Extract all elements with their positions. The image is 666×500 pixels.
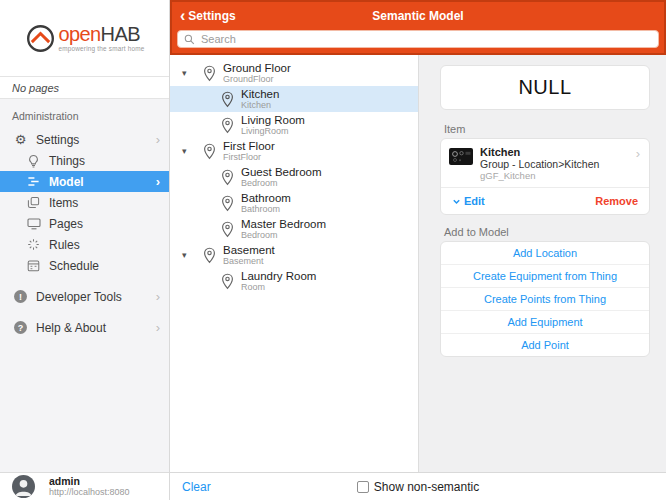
question-circle-icon: ? [13,320,28,335]
user-url: http://localhost:8080 [49,487,130,497]
tree-node-ground-floor[interactable]: ▾ Ground FloorGroundFloor [170,60,418,86]
admin-section-label: Administration [0,106,169,129]
expander-icon[interactable]: ▾ [182,146,195,156]
chevron-right-icon: › [636,146,640,161]
tree-node-subtitle: Kitchen [241,100,279,110]
add-to-model-label: Add to Model [444,226,509,238]
expander-icon[interactable]: ▾ [182,68,195,78]
tree-node-subtitle: Bedroom [241,230,326,240]
clear-button[interactable]: Clear [182,480,211,494]
sidebar-item-things[interactable]: Things [0,150,169,171]
lightbulb-icon [26,153,41,168]
sidebar-item-label: Items [49,196,78,210]
location-pin-icon [221,91,234,108]
footer-toolbar: Clear Show non-semantic [170,472,666,500]
back-to-settings-button[interactable]: ‹ Settings [180,9,236,23]
sidebar: openHAB empowering the smart home No pag… [0,0,170,500]
sidebar-item-items[interactable]: Items [0,192,169,213]
tree-node-first-floor[interactable]: ▾ First FloorFirstFloor [170,138,418,164]
sidebar-item-label: Developer Tools [36,290,122,304]
tree-node-subtitle: Bedroom [241,178,322,188]
sidebar-item-label: Things [49,154,85,168]
location-pin-icon [203,247,216,264]
back-label: Settings [188,9,235,23]
item-card: Kitchen Group - Location>Kitchen gGF_Kit… [440,138,650,215]
location-pin-icon [221,169,234,186]
edit-button[interactable]: Edit [452,195,485,207]
tree-node-subtitle: LivingRoom [241,126,305,136]
item-type: Group - Location>Kitchen [480,158,599,170]
page-title: Semantic Model [172,9,664,23]
tree-node-title: Kitchen [241,88,279,100]
sidebar-item-settings[interactable]: ⚙ Settings › [0,129,169,150]
openhab-logo-icon [25,23,56,54]
brand-hab: HAB [101,23,140,45]
item-row[interactable]: Kitchen Group - Location>Kitchen gGF_Kit… [441,139,649,187]
show-non-semantic-checkbox[interactable] [357,481,369,493]
sidebar-item-help-about[interactable]: ? Help & About › [0,317,169,338]
tree-node-subtitle: Bathroom [241,204,291,214]
sidebar-item-label: Model [49,175,84,189]
tree-node-title: Laundry Room [241,270,316,282]
sidebar-item-schedule[interactable]: Schedule [0,255,169,276]
create-points-from-thing-button[interactable]: Create Points from Thing [441,287,649,310]
create-equipment-from-thing-button[interactable]: Create Equipment from Thing [441,264,649,287]
remove-button[interactable]: Remove [595,195,638,207]
menu-gap [0,276,169,286]
show-non-semantic-label: Show non-semantic [374,480,479,494]
tree-node-laundry-room[interactable]: Laundry RoomRoom [170,268,418,294]
tree-node-master-bedroom[interactable]: Master BedroomBedroom [170,216,418,242]
item-actions: Edit Remove [441,187,649,214]
user-info: admin http://localhost:8080 [49,476,130,497]
search-bar[interactable] [177,30,659,48]
pages-monitor-icon [26,216,41,231]
chevron-right-icon: › [156,133,160,146]
user-account[interactable]: admin http://localhost:8080 [0,472,169,500]
tree-node-title: Bathroom [241,192,291,204]
chevron-left-icon: ‹ [180,9,185,23]
sidebar-item-developer-tools[interactable]: ! Developer Tools › [0,286,169,307]
location-pin-icon [221,195,234,212]
add-location-button[interactable]: Add Location [441,242,649,264]
brand-open: open [59,23,101,45]
no-pages-label: No pages [0,76,169,99]
chevron-right-icon: › [156,321,160,334]
openhab-logo: openHAB empowering the smart home [0,0,169,76]
tree-node-title: Basement [223,244,275,256]
sidebar-item-rules[interactable]: Rules [0,234,169,255]
expander-icon[interactable]: ▾ [182,250,195,260]
add-point-button[interactable]: Add Point [441,333,649,356]
location-pin-icon [221,273,234,290]
sidebar-item-pages[interactable]: Pages [0,213,169,234]
tree-node-title: Living Room [241,114,305,126]
details-panel: NULL Item Kitchen Group - Location>Kitch… [418,55,666,472]
tree-node-living-room[interactable]: Living RoomLivingRoom [170,112,418,138]
semantic-model-tree: ▾ Ground FloorGroundFloor KitchenKitchen… [170,55,418,472]
sidebar-item-label: Rules [49,238,80,252]
item-state-display: NULL [440,65,650,110]
chevron-down-icon [452,197,461,206]
add-equipment-button[interactable]: Add Equipment [441,310,649,333]
rules-spark-icon [26,237,41,252]
item-section-label: Item [444,123,465,135]
user-name: admin [49,476,130,487]
model-tree-icon [26,174,41,189]
search-icon [184,34,195,45]
openhab-semantic-model-screen: openHAB empowering the smart home No pag… [0,0,666,500]
tree-node-title: First Floor [223,140,275,152]
tree-node-subtitle: Basement [223,256,275,266]
sidebar-item-model[interactable]: Model › [0,171,169,192]
item-name: Kitchen [480,146,599,158]
sidebar-item-label: Settings [36,133,79,147]
search-input[interactable] [199,32,652,46]
show-non-semantic-group: Show non-semantic [170,480,666,494]
user-avatar-icon [12,475,35,498]
tree-node-kitchen[interactable]: KitchenKitchen [170,86,418,112]
kitchen-thumbnail [449,148,473,165]
tree-node-basement[interactable]: ▾ BasementBasement [170,242,418,268]
schedule-calendar-icon [26,258,41,273]
tree-node-guest-bedroom[interactable]: Guest BedroomBedroom [170,164,418,190]
sidebar-item-label: Help & About [36,321,106,335]
items-copy-icon [26,195,41,210]
tree-node-bathroom[interactable]: BathroomBathroom [170,190,418,216]
